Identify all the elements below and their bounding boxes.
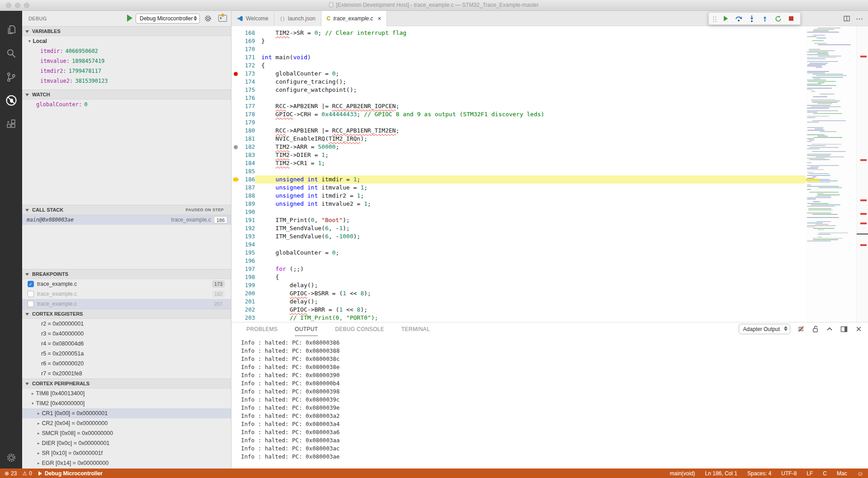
code-line[interactable]: 176 [231,94,806,102]
debug-status-item[interactable]: Debug Microcontroller [38,470,103,477]
settings-button[interactable] [0,448,22,468]
register-row[interactable]: r4 = 0x080004d6 [22,339,231,349]
gutter-cell[interactable] [231,167,241,175]
code-line[interactable]: 173 globalCounter = 0; [231,70,806,78]
step-out-button[interactable] [759,13,771,24]
call-stack-frame[interactable]: main@0x080003aetrace_example.c186 [22,215,231,225]
panel-tab-terminal[interactable]: TERMINAL [401,322,430,336]
sidebar-item-debug[interactable] [0,90,22,110]
code-line[interactable]: 186 unsigned int itmdir = 1; [231,175,806,184]
line-content[interactable]: } [255,37,806,45]
line-content[interactable]: configure_watchpoint(); [255,86,806,94]
more-actions-icon[interactable]: ⋯ [856,14,863,23]
gutter-cell[interactable] [231,200,241,208]
line-content[interactable]: configure_tracing(); [255,78,806,86]
line-content[interactable] [255,118,806,127]
minimap[interactable] [806,26,856,322]
code-line[interactable]: 200 GPIOC->BSRR = (1 << 8); [231,289,806,298]
line-content[interactable] [255,45,806,53]
gutter-cell[interactable] [231,306,241,314]
code-line[interactable]: 203 // ITM_Print(0, "PORT0"); [231,314,806,322]
gutter-cell[interactable] [231,192,241,200]
gutter-cell[interactable] [231,94,241,102]
tab-trace-example-c[interactable]: C trace_example.c × [321,11,387,26]
gutter-cell[interactable] [231,135,241,143]
disabled-breakpoint-dot[interactable] [234,145,238,149]
code-line[interactable]: 184 TIM2->CR1 = 1; [231,159,806,167]
section-header-call-stack[interactable]: CALL STACK PAUSED ON STEP [22,205,231,215]
drag-handle-icon[interactable] [712,15,717,22]
line-content[interactable]: TIM2->CR1 = 1; [255,159,806,167]
launch-config-select[interactable]: Debug Microcontroller [136,14,200,24]
code-line[interactable]: 182 TIM2->ARR = 50000; [231,143,806,151]
sidebar-item-explorer[interactable] [0,20,22,40]
code-line[interactable]: 187 unsigned int itmvalue = 1; [231,184,806,192]
line-content[interactable]: TIM2->DIER = 1; [255,151,806,159]
code-line[interactable]: 201 delay(); [231,298,806,306]
lock-scroll-button[interactable] [811,325,819,333]
code-line[interactable]: 185 [231,167,806,175]
status-item[interactable]: Spaces: 4 [747,470,771,477]
peripheral-row[interactable]: ▸EGR [0x14] = 0x00000000 [22,458,231,468]
status-item[interactable]: UTF-8 [781,470,797,477]
code-line[interactable]: 202 GPIOC->BRR = (1 << 8); [231,306,806,314]
gutter-cell[interactable] [231,159,241,167]
line-content[interactable] [255,208,806,216]
watch-row[interactable]: globalCounter:0 [22,99,231,109]
line-content[interactable]: ITM_Print(0, "Boot"); [255,216,806,224]
line-content[interactable]: TIM2->ARR = 50000; [255,143,806,151]
code-line[interactable]: 175 configure_watchpoint(); [231,86,806,94]
smiley-icon[interactable]: ☺ [857,470,863,477]
breakpoint-dot[interactable] [234,72,238,76]
gutter-cell[interactable] [231,151,241,159]
code-line[interactable]: 196 [231,257,806,265]
gutter-cell[interactable] [231,78,241,86]
gutter-cell[interactable] [231,143,241,151]
panel-tab-debug-console[interactable]: DEBUG CONSOLE [335,322,384,336]
line-content[interactable] [255,94,806,102]
status-item[interactable]: Mac [837,470,847,477]
gutter-cell[interactable] [231,127,241,135]
close-icon[interactable]: × [377,15,381,22]
sidebar-item-search[interactable] [0,43,22,63]
gutter-cell[interactable] [231,224,241,232]
status-item[interactable]: LF [807,470,813,477]
line-content[interactable]: TIM2->SR = 0; // Clear interrupt flag [255,29,806,37]
code-line[interactable]: 174 configure_tracing(); [231,78,806,86]
line-content[interactable] [255,257,806,265]
code-line[interactable]: 199 delay(); [231,281,806,289]
panel-tab-problems[interactable]: PROBLEMS [246,322,278,336]
peripheral-row[interactable]: ▸CR2 [0x04] = 0x00000000 [22,418,231,428]
section-header-cortex-peripherals[interactable]: CORTEX PERIPHERALS [22,379,231,388]
output-channel-select[interactable]: Adapter Output [739,324,790,334]
section-header-cortex-registers[interactable]: CORTEX REGISTERS [22,309,231,319]
line-content[interactable]: int main(void) [255,53,806,62]
line-content[interactable] [255,167,806,175]
code-line[interactable]: 195 globalCounter = 0; [231,249,806,257]
tab-launch-json[interactable]: {} launch.json [274,11,321,26]
gutter-cell[interactable] [231,281,241,289]
register-row[interactable]: r3 = 0x40000000 [22,329,231,339]
line-content[interactable]: { [255,62,806,70]
line-content[interactable]: GPIOC->BRR = (1 << 8); [255,306,806,314]
code-line[interactable]: 198 { [231,273,806,281]
breakpoint-row[interactable]: trace_example.c207 [22,299,231,309]
code-line[interactable]: 189 unsigned int itmvalue2 = 1; [231,200,806,208]
register-row[interactable]: r5 = 0x2000051a [22,349,231,359]
stop-button[interactable] [785,13,797,24]
code-line[interactable]: 190 [231,208,806,216]
gutter-cell[interactable] [231,208,241,216]
peripheral-row[interactable]: ▸SR [0x10] = 0x0000001f [22,448,231,458]
gutter-cell[interactable] [231,86,241,94]
code-line[interactable]: 194 [231,241,806,249]
code-line[interactable]: 178 GPIOC->CRH = 0x44444433; // GPIOC 8 … [231,110,806,118]
line-content[interactable]: RCC->APB1ENR |= RCC_APB1ENR_TIM2EN; [255,127,806,135]
gutter-cell[interactable] [231,298,241,306]
code-line[interactable]: 181 NVIC_EnableIRQ(TIM2_IRQn); [231,135,806,143]
peripheral-row[interactable]: ▸TIM8 [0x40013400] [22,388,231,398]
debug-settings-button[interactable] [204,14,212,23]
gutter-cell[interactable] [231,232,241,241]
status-item[interactable]: Ln 186, Col 1 [705,470,737,477]
line-content[interactable]: // ITM_Print(0, "PORT0"); [255,314,806,322]
step-over-button[interactable] [733,13,745,24]
